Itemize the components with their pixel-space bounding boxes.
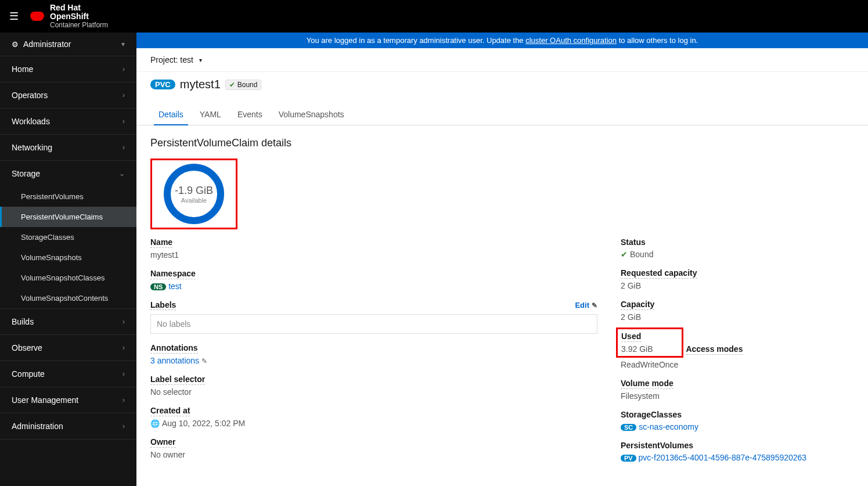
annotations-label: Annotations <box>150 343 198 354</box>
nav-compute-label: Compute <box>12 369 45 379</box>
check-icon: ✔ <box>229 81 235 89</box>
nav-compute[interactable]: Compute› <box>0 361 136 387</box>
capacity-value: 2 GiB <box>621 312 854 322</box>
requested-capacity-label: Requested capacity <box>621 268 697 279</box>
chevron-right-icon: › <box>123 344 125 352</box>
tab-volumesnapshots[interactable]: VolumeSnapshots <box>271 104 352 125</box>
label-selector-label: Label selector <box>150 375 205 385</box>
tab-events[interactable]: Events <box>229 104 271 125</box>
caret-down-icon: ▾ <box>121 40 125 48</box>
capacity-donut: -1.9 GiB Available <box>164 164 224 224</box>
redhat-logo-icon <box>30 12 44 21</box>
gear-icon: ⚙ <box>12 40 19 49</box>
title-row: PVC mytest1 ✔ Bound <box>136 72 868 96</box>
check-icon: ✔ <box>621 250 628 259</box>
perspective-switcher[interactable]: ⚙Administrator ▾ <box>0 33 136 56</box>
edit-labels-link[interactable]: Edit ✎ <box>575 301 597 309</box>
tab-yaml[interactable]: YAML <box>192 104 229 125</box>
nav-storage-vsc[interactable]: VolumeSnapshotClasses <box>0 268 136 288</box>
pencil-icon[interactable]: ✎ <box>201 357 207 365</box>
page-title: mytest1 <box>180 78 221 91</box>
nav-workloads-label: Workloads <box>12 117 50 126</box>
pvc-badge: PVC <box>150 80 175 89</box>
nav-operators[interactable]: Operators› <box>0 82 136 108</box>
chevron-right-icon: › <box>123 370 125 378</box>
login-banner: You are logged in as a temporary adminis… <box>136 33 868 48</box>
nav-storage[interactable]: Storage⌄ <box>0 161 136 186</box>
chevron-right-icon: › <box>123 117 125 125</box>
ns-badge: NS <box>150 283 166 290</box>
chevron-right-icon: › <box>123 396 125 404</box>
persistentvolumes-label: PersistentVolumes <box>621 441 693 451</box>
section-heading: PersistentVolumeClaim details <box>150 137 854 149</box>
chevron-right-icon: › <box>123 422 125 430</box>
label-selector-value: No selector <box>150 387 597 397</box>
chevron-down-icon: ⌄ <box>119 170 125 178</box>
annotations-link[interactable]: 3 annotations <box>150 356 199 365</box>
nav-user-management[interactable]: User Management› <box>0 387 136 413</box>
tab-details[interactable]: Details <box>150 104 192 125</box>
namespace-label: Namespace <box>150 269 196 279</box>
nav-networking-label: Networking <box>12 143 52 152</box>
owner-value: No owner <box>150 450 597 459</box>
nav-storage-pv[interactable]: PersistentVolumes <box>0 186 136 207</box>
tabs: Details YAML Events VolumeSnapshots <box>136 104 868 125</box>
globe-icon: 🌐 <box>150 419 160 428</box>
status-value: Bound <box>630 250 653 259</box>
nav-user-mgmt-label: User Management <box>12 395 78 405</box>
banner-link[interactable]: cluster OAuth configuration <box>525 36 617 45</box>
donut-highlight: -1.9 GiB Available <box>150 159 237 229</box>
nav-builds-label: Builds <box>12 317 34 326</box>
nav-observe-label: Observe <box>12 343 42 352</box>
namespace-link[interactable]: test <box>168 282 182 291</box>
donut-value: -1.9 GiB <box>175 185 213 197</box>
created-at-value: Aug 10, 2022, 5:02 PM <box>162 419 245 428</box>
storageclasses-label: StorageClasses <box>621 410 682 420</box>
banner-pre: You are logged in as a temporary adminis… <box>307 36 525 45</box>
project-selector[interactable]: Project: test ▾ <box>136 48 868 72</box>
name-value: mytest1 <box>150 250 597 260</box>
nav-home-label: Home <box>12 64 33 74</box>
chevron-right-icon: › <box>123 91 125 99</box>
persistentvolume-link[interactable]: pvc-f20136c5-4001-4596-887e-475895920263 <box>639 453 807 462</box>
created-at-label: Created at <box>150 406 190 416</box>
nav-workloads[interactable]: Workloads› <box>0 109 136 134</box>
donut-label: Available <box>181 197 207 204</box>
chevron-right-icon: › <box>123 318 125 326</box>
nav-storage-label: Storage <box>12 169 40 178</box>
caret-down-icon: ▾ <box>199 57 202 63</box>
used-value: 3.92 GiB <box>621 344 653 354</box>
nav-administration-label: Administration <box>12 422 63 431</box>
banner-post: to allow others to log in. <box>617 36 698 45</box>
nav-operators-label: Operators <box>12 91 48 100</box>
project-label: Project: test <box>150 55 193 64</box>
chevron-right-icon: › <box>123 65 125 73</box>
nav-home[interactable]: Home› <box>0 56 136 82</box>
nav-builds[interactable]: Builds› <box>0 309 136 334</box>
brand-line2: Container Platform <box>50 21 108 29</box>
nav-storage-vs[interactable]: VolumeSnapshots <box>0 247 136 268</box>
nav-observe[interactable]: Observe› <box>0 335 136 361</box>
perspective-label: Administrator <box>23 39 71 49</box>
nav-storage-sc[interactable]: StorageClasses <box>0 227 136 247</box>
brand-line1b: OpenShift <box>50 12 89 21</box>
access-modes-value: ReadWriteOnce <box>621 360 854 369</box>
labels-empty: No labels <box>150 314 597 334</box>
nav-administration[interactable]: Administration› <box>0 413 136 439</box>
nav-storage-pvc[interactable]: PersistentVolumeClaims <box>0 207 136 227</box>
labels-label: Labels <box>150 300 176 310</box>
pv-badge: PV <box>621 455 636 462</box>
used-label: Used <box>621 332 641 342</box>
storageclass-link[interactable]: sc-nas-economy <box>639 422 698 431</box>
used-highlight: Used 3.92 GiB <box>616 327 683 358</box>
menu-toggle-icon[interactable]: ☰ <box>9 10 19 23</box>
name-label: Name <box>150 237 172 248</box>
nav-storage-vscont[interactable]: VolumeSnapshotContents <box>0 288 136 308</box>
capacity-label: Capacity <box>621 300 654 310</box>
nav-networking[interactable]: Networking› <box>0 135 136 160</box>
brand-line1a: Red Hat <box>50 3 81 12</box>
access-modes-label: Access modes <box>686 344 743 355</box>
top-bar: ☰ Red HatOpenShift Container Platform <box>0 0 868 33</box>
brand: Red HatOpenShift Container Platform <box>30 3 108 29</box>
pencil-icon: ✎ <box>592 301 597 309</box>
